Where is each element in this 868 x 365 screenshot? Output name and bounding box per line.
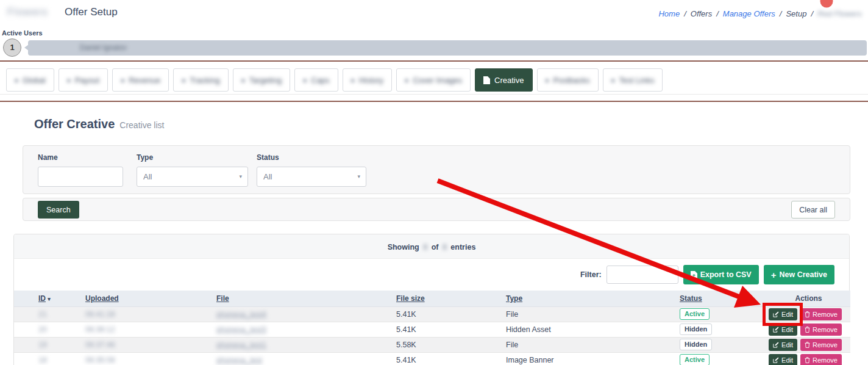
annotation-red-dot [820,0,833,8]
sort-header-type[interactable]: Type [506,294,522,303]
breadcrumb-separator: / [780,9,782,18]
targeting-icon: ● [241,77,245,84]
document-icon [483,76,490,84]
tab-label: Postbacks [553,76,590,85]
tab-label: Targeting [249,76,282,85]
sort-header-uploaded[interactable]: Uploaded [85,294,119,303]
table-toolbar: Filter: Export to CSV + New Creative [14,259,849,291]
cell-file-size: 5.41K [396,325,416,334]
edit-button[interactable]: Edit [769,354,797,365]
tab-history[interactable]: ●History [343,68,393,92]
sort-header-status[interactable]: Status [680,294,702,303]
edit-button[interactable]: Edit [769,323,797,336]
cell-type: Hidden Asset [506,325,551,334]
status-filter-select[interactable]: All ▾ [257,167,366,187]
sort-header-id[interactable]: ID [38,294,46,303]
tab-postbacks[interactable]: ●Postbacks [537,68,599,92]
table-row: 20 06:39:12 phonexa_test3 5.41K Hidden A… [14,322,850,337]
clear-all-button[interactable]: Clear all [791,201,835,219]
remove-label: Remove [813,326,838,333]
tab-label: Payout [75,76,99,85]
payout-icon: ● [67,77,71,84]
edit-button[interactable]: Edit [769,339,797,351]
table-filter-input[interactable] [607,266,678,284]
cell-file-size: 5.58K [396,341,416,349]
showing-entries-text: Showing 8 of 8 entries [14,234,849,259]
cell-uploaded: 06:37:46 [85,341,115,349]
new-creative-button[interactable]: + New Creative [764,265,834,284]
cell-file-link[interactable]: phonexa_test3 [216,325,266,334]
cell-id: 19 [38,341,47,349]
table-row: 21 06:41:28 phonexa_test4 5.41K File Act… [14,306,850,322]
cell-type: File [506,341,518,349]
cell-id: 18 [38,356,47,364]
tab-payout[interactable]: ●Payout [59,68,108,92]
tab-cover-images[interactable]: ●Cover Images [396,68,471,92]
edit-pencil-icon [773,327,779,333]
divider [0,101,868,102]
app-logo[interactable]: Flowers [7,6,48,18]
cell-id: 21 [38,310,47,319]
table-header-row: ID ▾ Uploaded File File size Type Status… [14,291,850,306]
table-filter-label: Filter: [580,270,602,279]
cover-images-icon: ● [405,77,408,84]
plus-icon: + [771,270,777,280]
active-users-count-badge: 1 [3,38,21,57]
edit-label: Edit [781,341,793,349]
tab-label: Cover Images [413,76,462,85]
remove-button[interactable]: Remove [800,308,842,320]
chevron-down-icon: ▾ [239,167,242,186]
breadcrumb-setup[interactable]: Setup [786,9,806,18]
table-row: 18 06:35:08 phonexa_test 5.41K Image Ban… [14,352,850,365]
history-icon: ● [351,77,355,84]
globe-icon: ● [15,77,18,84]
breadcrumb: Home / Offers / Manage Offers / Setup / … [658,9,862,18]
edit-button[interactable]: Edit [769,308,797,320]
revenue-icon: ● [121,77,124,84]
export-to-csv-button[interactable]: Export to CSV [683,265,759,284]
header-actions: Actions [795,294,822,303]
breadcrumb-offers[interactable]: Offers [691,9,712,18]
tab-caps[interactable]: ●Caps [294,68,338,92]
tab-global[interactable]: ●Global [6,68,54,92]
trash-icon [805,357,810,363]
remove-button[interactable]: Remove [800,354,842,365]
name-filter-input[interactable] [38,167,123,187]
breadcrumb-manage-offers[interactable]: Manage Offers [723,9,775,18]
breadcrumb-home[interactable]: Home [658,9,680,18]
trash-icon [805,327,810,333]
tab-targeting[interactable]: ●Targeting [233,68,291,92]
tab-creative[interactable]: Creative [475,68,532,92]
type-filter-select[interactable]: All ▾ [137,167,248,187]
cell-file-link[interactable]: phonexa_test4 [216,310,266,319]
remove-button[interactable]: Remove [800,323,842,336]
cell-file-link[interactable]: phonexa_test [216,356,262,364]
breadcrumb-separator: / [684,9,686,18]
showing-total: 8 [441,243,449,251]
remove-button[interactable]: Remove [800,339,842,351]
postbacks-icon: ● [546,77,549,84]
new-creative-label: New Creative [779,270,827,279]
sort-header-file-size[interactable]: File size [396,294,425,303]
cell-file-size: 5.41K [396,356,416,364]
sort-header-file[interactable]: File [216,294,229,303]
remove-label: Remove [813,311,838,318]
tab-label: Tracking [190,76,219,85]
showing-of: of [432,243,439,251]
edit-label: Edit [781,311,793,318]
cell-id: 20 [38,325,47,334]
tab-tracking[interactable]: ●Tracking [173,68,228,92]
table-row: 19 06:37:46 phonexa_test1 5.58K File Hid… [14,337,850,352]
export-file-icon [691,271,697,279]
breadcrumb-offer-name[interactable]: Red Flowers [817,9,862,18]
cell-file-link[interactable]: phonexa_test1 [216,341,266,349]
trash-icon [805,342,810,348]
tab-test-links[interactable]: ●Test Links [603,68,663,92]
divider [0,60,868,62]
cell-type: Image Banner [506,356,554,364]
tab-revenue[interactable]: ●Revenue [112,68,169,92]
search-button[interactable]: Search [38,201,79,219]
breadcrumb-separator: / [716,9,719,18]
creative-list-panel: Showing 8 of 8 entries Filter: Export to… [13,234,850,365]
tab-label: Revenue [129,76,160,85]
